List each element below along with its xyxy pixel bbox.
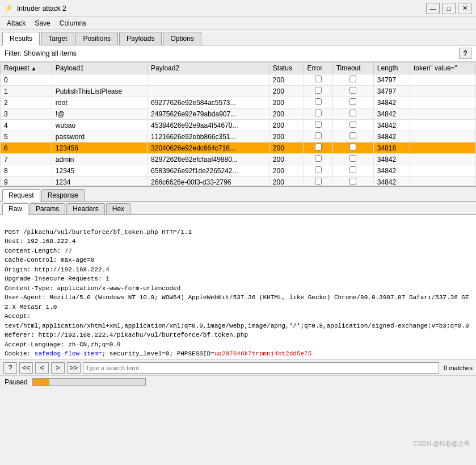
timeout-checkbox[interactable]	[349, 121, 356, 128]
tab-results[interactable]: Results	[2, 32, 40, 45]
col-timeout[interactable]: Timeout	[332, 62, 373, 74]
tab-positions[interactable]: Positions	[75, 32, 118, 45]
timeout-checkbox[interactable]	[349, 155, 356, 162]
sub-tab-hex[interactable]: Hex	[106, 203, 130, 214]
col-error[interactable]: Error	[304, 62, 332, 74]
error-checkbox[interactable]	[315, 110, 322, 116]
request-line3: Content-Length: 77	[5, 248, 72, 254]
error-checkbox[interactable]	[315, 87, 322, 94]
error-checkbox[interactable]	[315, 166, 322, 173]
table-cell	[410, 97, 475, 108]
panel-tab-request[interactable]: Request	[2, 189, 40, 202]
table-cell	[332, 86, 373, 97]
table-cell	[410, 154, 475, 165]
error-checkbox[interactable]	[315, 132, 322, 139]
table-cell	[332, 143, 373, 154]
status-bar: Paused	[0, 375, 476, 388]
table-cell: root	[52, 97, 147, 108]
table-row[interactable]: 020034797	[1, 74, 476, 86]
next-button[interactable]: >	[51, 362, 65, 374]
menu-columns[interactable]: Columns	[55, 18, 91, 28]
error-checkbox[interactable]	[315, 155, 322, 162]
table-cell: 200	[269, 154, 304, 165]
table-cell: 200	[269, 165, 304, 177]
table-row[interactable]: 3!@24975626e92e79abda907...20034842	[1, 108, 476, 120]
timeout-checkbox[interactable]	[349, 132, 356, 139]
table-cell	[304, 74, 332, 86]
table-row[interactable]: 7admin82972626e92efcfaaf49880...20034842	[1, 154, 476, 165]
error-checkbox[interactable]	[315, 76, 322, 82]
sub-tab-params[interactable]: Params	[30, 203, 65, 214]
table-cell	[410, 108, 475, 120]
titlebar: ⚡ Intruder attack 2 — □ ✕	[0, 0, 476, 17]
table-cell	[304, 154, 332, 165]
menu-save[interactable]: Save	[30, 18, 54, 28]
table-row[interactable]: 91234266c6626e-00f3-d33-279620034842	[1, 177, 476, 187]
prev-prev-button[interactable]: <<	[19, 362, 33, 374]
table-cell: PublishThisListPlease	[52, 86, 147, 97]
menubar: Attack Save Columns	[0, 17, 476, 30]
table-cell: 69277626e92e584ac5573...	[148, 97, 269, 108]
timeout-checkbox[interactable]	[349, 87, 356, 94]
table-cell: 266c6626e-00f3-d33-2796	[148, 177, 269, 187]
next-next-button[interactable]: >>	[67, 362, 81, 374]
results-table-container[interactable]: Request Payload1 Payload2 Status Error T…	[0, 62, 476, 187]
table-cell: 0	[1, 74, 52, 86]
timeout-checkbox[interactable]	[349, 144, 356, 150]
table-cell	[148, 86, 269, 97]
table-cell: 65839626e92f1de2265242...	[148, 165, 269, 177]
tab-options[interactable]: Options	[163, 32, 201, 45]
app-icon: ⚡	[5, 4, 14, 13]
col-token[interactable]: token" value="	[410, 62, 475, 74]
error-checkbox[interactable]	[315, 178, 322, 185]
table-row[interactable]: 5password11216626e92ebb866c351...2003484…	[1, 131, 476, 143]
filter-help-button[interactable]: ?	[459, 48, 471, 59]
minimize-button[interactable]: —	[426, 3, 440, 14]
col-length[interactable]: Length	[373, 62, 410, 74]
table-cell: 123456	[52, 143, 147, 154]
col-status[interactable]: Status	[269, 62, 304, 74]
help-button[interactable]: ?	[3, 362, 17, 374]
timeout-checkbox[interactable]	[349, 178, 356, 185]
menu-attack[interactable]: Attack	[2, 18, 30, 28]
error-checkbox[interactable]	[315, 98, 322, 105]
tab-target[interactable]: Target	[41, 32, 74, 45]
table-row[interactable]: 612345632040626e92edc664c716...20034818	[1, 143, 476, 154]
table-row[interactable]: 4wubao45384626e92e9aa4f54670...20034842	[1, 120, 476, 131]
bottom-bar: ? << < > >> 0 matches	[0, 359, 476, 375]
table-cell	[304, 143, 332, 154]
table-row[interactable]: 2root69277626e92e584ac5573...20034842	[1, 97, 476, 108]
results-table-area: Request Payload1 Payload2 Status Error T…	[0, 62, 476, 187]
results-table: Request Payload1 Payload2 Status Error T…	[0, 62, 476, 187]
search-input[interactable]	[83, 362, 439, 374]
timeout-checkbox[interactable]	[349, 76, 356, 82]
table-cell	[410, 177, 475, 187]
status-label: Paused	[5, 378, 28, 386]
table-cell: 34842	[373, 131, 410, 143]
panel-tab-response[interactable]: Response	[41, 189, 85, 201]
error-checkbox[interactable]	[315, 144, 322, 150]
request-line5: Origin: http://192.168.222.4	[5, 266, 109, 273]
prev-button[interactable]: <	[35, 362, 49, 374]
sub-tab-headers[interactable]: Headers	[66, 203, 104, 214]
table-cell: 82972626e92efcfaaf49880...	[148, 154, 269, 165]
col-payload2[interactable]: Payload2	[148, 62, 269, 74]
sub-tab-raw[interactable]: Raw	[2, 203, 28, 215]
timeout-checkbox[interactable]	[349, 98, 356, 105]
request-line8: User-Agent: Mozilla/5.0 (Windows NT 10.0…	[5, 294, 473, 311]
error-checkbox[interactable]	[315, 121, 322, 128]
table-cell: 1234	[52, 177, 147, 187]
request-line9: Accept:	[5, 313, 31, 320]
table-cell	[332, 74, 373, 86]
timeout-checkbox[interactable]	[349, 110, 356, 116]
col-payload1[interactable]: Payload1	[52, 62, 147, 74]
table-row[interactable]: 1PublishThisListPlease20034797	[1, 86, 476, 97]
col-request[interactable]: Request	[1, 62, 52, 74]
timeout-checkbox[interactable]	[349, 166, 356, 173]
request-content: POST /pikachu/vul/burteforce/bf_token.ph…	[0, 215, 476, 359]
maximize-button[interactable]: □	[442, 3, 456, 14]
close-button[interactable]: ✕	[458, 3, 471, 14]
table-cell	[304, 108, 332, 120]
tab-payloads[interactable]: Payloads	[119, 32, 162, 45]
table-row[interactable]: 81234565839626e92f1de2265242...20034842	[1, 165, 476, 177]
